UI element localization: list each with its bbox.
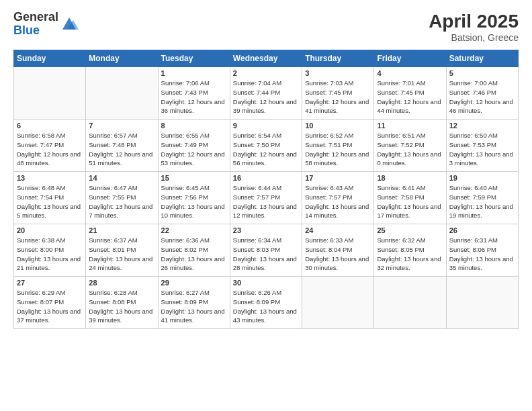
calendar-day-cell: 27Sunrise: 6:29 AM Sunset: 8:07 PM Dayli…: [14, 277, 86, 329]
day-info: Sunrise: 6:34 AM Sunset: 8:03 PM Dayligh…: [233, 236, 299, 273]
calendar-week-row: 6Sunrise: 6:58 AM Sunset: 7:47 PM Daylig…: [14, 120, 519, 172]
day-number: 18: [377, 174, 443, 182]
day-number: 17: [305, 174, 371, 182]
day-info: Sunrise: 6:54 AM Sunset: 7:50 PM Dayligh…: [233, 131, 299, 168]
day-number: 20: [17, 226, 83, 234]
day-info: Sunrise: 6:33 AM Sunset: 8:04 PM Dayligh…: [305, 236, 371, 273]
day-info: Sunrise: 7:01 AM Sunset: 7:45 PM Dayligh…: [377, 79, 443, 116]
calendar-day-cell: [302, 277, 374, 329]
calendar-day-cell: 2Sunrise: 7:04 AM Sunset: 7:44 PM Daylig…: [230, 67, 302, 120]
day-info: Sunrise: 6:28 AM Sunset: 8:08 PM Dayligh…: [89, 288, 154, 325]
calendar-day-cell: 29Sunrise: 6:27 AM Sunset: 8:09 PM Dayli…: [158, 277, 230, 329]
day-info: Sunrise: 6:51 AM Sunset: 7:52 PM Dayligh…: [377, 131, 443, 168]
page: General Blue April 2025 Batsion, Greece …: [0, 0, 532, 411]
calendar-day-cell: 24Sunrise: 6:33 AM Sunset: 8:04 PM Dayli…: [302, 224, 374, 277]
day-info: Sunrise: 7:03 AM Sunset: 7:45 PM Dayligh…: [305, 79, 371, 116]
calendar-day-cell: 13Sunrise: 6:48 AM Sunset: 7:54 PM Dayli…: [14, 172, 86, 224]
day-info: Sunrise: 6:36 AM Sunset: 8:02 PM Dayligh…: [161, 236, 227, 273]
calendar-day-cell: 6Sunrise: 6:58 AM Sunset: 7:47 PM Daylig…: [14, 120, 86, 172]
header-wednesday: Wednesday: [230, 50, 302, 67]
header-saturday: Saturday: [446, 50, 518, 67]
day-info: Sunrise: 6:40 AM Sunset: 7:59 PM Dayligh…: [449, 183, 515, 220]
calendar-day-cell: 16Sunrise: 6:44 AM Sunset: 7:57 PM Dayli…: [230, 172, 302, 224]
title-block: April 2025 Batsion, Greece: [429, 11, 519, 43]
day-number: 24: [305, 226, 371, 234]
day-number: 26: [449, 226, 515, 234]
day-number: 6: [17, 122, 83, 130]
day-info: Sunrise: 6:26 AM Sunset: 8:09 PM Dayligh…: [233, 288, 299, 325]
day-number: 27: [17, 279, 83, 287]
logo: General Blue: [13, 11, 79, 38]
day-number: 19: [449, 174, 515, 182]
day-info: Sunrise: 6:38 AM Sunset: 8:00 PM Dayligh…: [17, 236, 83, 273]
day-number: 1: [161, 69, 227, 77]
day-info: Sunrise: 6:57 AM Sunset: 7:48 PM Dayligh…: [89, 131, 154, 168]
day-number: 23: [233, 226, 299, 234]
day-info: Sunrise: 6:32 AM Sunset: 8:05 PM Dayligh…: [377, 236, 443, 273]
day-info: Sunrise: 6:52 AM Sunset: 7:51 PM Dayligh…: [305, 131, 371, 168]
calendar-week-row: 1Sunrise: 7:06 AM Sunset: 7:43 PM Daylig…: [14, 67, 519, 120]
day-info: Sunrise: 6:43 AM Sunset: 7:57 PM Dayligh…: [305, 183, 371, 220]
header-tuesday: Tuesday: [158, 50, 230, 67]
calendar-day-cell: 9Sunrise: 6:54 AM Sunset: 7:50 PM Daylig…: [230, 120, 302, 172]
calendar-day-cell: 5Sunrise: 7:00 AM Sunset: 7:46 PM Daylig…: [446, 67, 518, 120]
calendar-day-cell: 7Sunrise: 6:57 AM Sunset: 7:48 PM Daylig…: [86, 120, 158, 172]
calendar-day-cell: [374, 277, 446, 329]
day-number: 7: [89, 122, 154, 130]
logo-blue: Blue: [13, 24, 58, 38]
day-number: 15: [161, 174, 227, 182]
calendar-day-cell: 8Sunrise: 6:55 AM Sunset: 7:49 PM Daylig…: [158, 120, 230, 172]
calendar-day-cell: 26Sunrise: 6:31 AM Sunset: 8:06 PM Dayli…: [446, 224, 518, 277]
calendar-week-row: 27Sunrise: 6:29 AM Sunset: 8:07 PM Dayli…: [14, 277, 519, 329]
day-info: Sunrise: 6:27 AM Sunset: 8:09 PM Dayligh…: [161, 288, 227, 325]
day-info: Sunrise: 6:48 AM Sunset: 7:54 PM Dayligh…: [17, 183, 83, 220]
calendar-day-cell: 12Sunrise: 6:50 AM Sunset: 7:53 PM Dayli…: [446, 120, 518, 172]
header-monday: Monday: [86, 50, 158, 67]
header-thursday: Thursday: [302, 50, 374, 67]
day-info: Sunrise: 6:31 AM Sunset: 8:06 PM Dayligh…: [449, 236, 515, 273]
calendar-week-row: 20Sunrise: 6:38 AM Sunset: 8:00 PM Dayli…: [14, 224, 519, 277]
calendar-day-cell: 4Sunrise: 7:01 AM Sunset: 7:45 PM Daylig…: [374, 67, 446, 120]
calendar-table: Sunday Monday Tuesday Wednesday Thursday…: [13, 50, 519, 329]
day-number: 5: [449, 69, 515, 77]
day-number: 14: [89, 174, 154, 182]
weekday-header-row: Sunday Monday Tuesday Wednesday Thursday…: [14, 50, 519, 67]
day-info: Sunrise: 6:47 AM Sunset: 7:55 PM Dayligh…: [89, 183, 154, 220]
calendar-day-cell: 22Sunrise: 6:36 AM Sunset: 8:02 PM Dayli…: [158, 224, 230, 277]
calendar-day-cell: 11Sunrise: 6:51 AM Sunset: 7:52 PM Dayli…: [374, 120, 446, 172]
day-number: 4: [377, 69, 443, 77]
calendar-day-cell: 3Sunrise: 7:03 AM Sunset: 7:45 PM Daylig…: [302, 67, 374, 120]
day-number: 28: [89, 279, 154, 287]
calendar-week-row: 13Sunrise: 6:48 AM Sunset: 7:54 PM Dayli…: [14, 172, 519, 224]
calendar-day-cell: 25Sunrise: 6:32 AM Sunset: 8:05 PM Dayli…: [374, 224, 446, 277]
day-info: Sunrise: 7:04 AM Sunset: 7:44 PM Dayligh…: [233, 79, 299, 116]
day-number: 9: [233, 122, 299, 130]
calendar-day-cell: [14, 67, 86, 120]
header-friday: Friday: [374, 50, 446, 67]
day-number: 29: [161, 279, 227, 287]
calendar-day-cell: 23Sunrise: 6:34 AM Sunset: 8:03 PM Dayli…: [230, 224, 302, 277]
day-number: 12: [449, 122, 515, 130]
day-info: Sunrise: 6:44 AM Sunset: 7:57 PM Dayligh…: [233, 183, 299, 220]
day-number: 13: [17, 174, 83, 182]
day-number: 16: [233, 174, 299, 182]
calendar-day-cell: 17Sunrise: 6:43 AM Sunset: 7:57 PM Dayli…: [302, 172, 374, 224]
day-number: 21: [89, 226, 154, 234]
calendar-day-cell: 19Sunrise: 6:40 AM Sunset: 7:59 PM Dayli…: [446, 172, 518, 224]
calendar-day-cell: 28Sunrise: 6:28 AM Sunset: 8:08 PM Dayli…: [86, 277, 158, 329]
calendar-day-cell: 10Sunrise: 6:52 AM Sunset: 7:51 PM Dayli…: [302, 120, 374, 172]
day-info: Sunrise: 6:55 AM Sunset: 7:49 PM Dayligh…: [161, 131, 227, 168]
day-number: 22: [161, 226, 227, 234]
day-number: 10: [305, 122, 371, 130]
day-info: Sunrise: 6:29 AM Sunset: 8:07 PM Dayligh…: [17, 288, 83, 325]
calendar-day-cell: 18Sunrise: 6:41 AM Sunset: 7:58 PM Dayli…: [374, 172, 446, 224]
day-number: 2: [233, 69, 299, 77]
header-sunday: Sunday: [14, 50, 86, 67]
day-info: Sunrise: 7:06 AM Sunset: 7:43 PM Dayligh…: [161, 79, 227, 116]
day-number: 11: [377, 122, 443, 130]
calendar-day-cell: 1Sunrise: 7:06 AM Sunset: 7:43 PM Daylig…: [158, 67, 230, 120]
calendar-day-cell: 21Sunrise: 6:37 AM Sunset: 8:01 PM Dayli…: [86, 224, 158, 277]
calendar-day-cell: 15Sunrise: 6:45 AM Sunset: 7:56 PM Dayli…: [158, 172, 230, 224]
day-number: 3: [305, 69, 371, 77]
calendar-day-cell: [446, 277, 518, 329]
